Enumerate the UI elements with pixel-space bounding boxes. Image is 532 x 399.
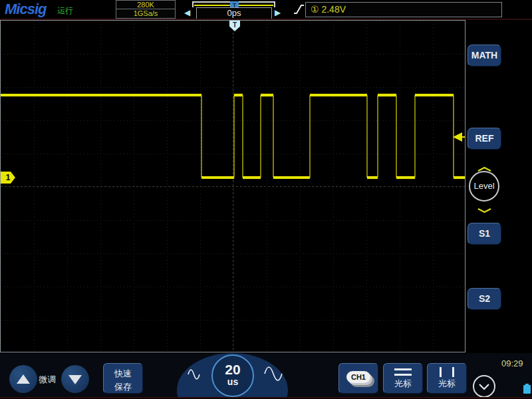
clock: 09:29 [501, 358, 523, 368]
top-bar: Micsig 运行 280K 1GSa/s T ◀ 0ps ▶ ① 2.48V [0, 0, 532, 19]
level-knob[interactable]: Level [469, 171, 499, 201]
channel-select-button[interactable]: CH1 [338, 363, 378, 394]
oscilloscope-screen: Micsig 运行 280K 1GSa/s T ◀ 0ps ▶ ① 2.48V [0, 0, 532, 399]
channel-button-label: CH1 [346, 371, 370, 383]
trigger-level-arrow-tail [462, 136, 465, 138]
channel-stack-icon: CH1 [346, 371, 372, 384]
bottom-bar: 微调 快速 保存 20 us CH1 光标 [0, 353, 532, 398]
vertical-cursor-label: 光标 [428, 378, 466, 390]
timebase-zoom-in-icon[interactable] [263, 365, 283, 385]
quick-save-button[interactable]: 快速 保存 [103, 363, 143, 394]
fine-tune-up-button[interactable] [9, 365, 37, 393]
math-button[interactable]: MATH [467, 45, 501, 66]
ref-button[interactable]: REF [467, 128, 501, 150]
s2-button[interactable]: S2 [467, 288, 501, 310]
horizontal-cursor-button[interactable]: 光标 [383, 363, 423, 394]
memory-depth: 280K [116, 1, 175, 9]
level-up-chevron-icon[interactable] [477, 163, 492, 169]
battery-icon [523, 385, 531, 394]
waveform-display: T 1 [0, 20, 466, 352]
horizontal-cursor-label: 光标 [384, 378, 422, 390]
vertical-cursor-button[interactable]: 光标 [427, 363, 467, 394]
s1-button[interactable]: S1 [467, 223, 501, 245]
fine-tune-down-button[interactable] [61, 365, 89, 393]
trigger-position-right-arrow-icon[interactable]: ▶ [275, 7, 283, 18]
quick-save-line2: 保存 [104, 380, 142, 394]
waveform-canvas [1, 21, 465, 352]
trigger-position-readout: 0ps [196, 7, 272, 19]
fine-tune-label: 微调 [39, 374, 56, 386]
sample-rate: 1GSa/s [116, 9, 175, 18]
vertical-cursor-icon [440, 367, 454, 377]
trigger-level-arrow-triangle [453, 132, 462, 142]
trigger-slope-rising-icon [293, 3, 305, 19]
down-triangle-icon [68, 375, 82, 384]
timebase-zoom-out-icon[interactable] [187, 368, 201, 384]
timebase-readout-knob[interactable]: 20 us [211, 354, 254, 397]
bottom-divider [0, 397, 532, 398]
run-status[interactable]: 运行 [57, 5, 73, 17]
trigger-level-arrow-icon[interactable] [453, 132, 465, 142]
brand-logo: Micsig [5, 1, 46, 18]
collapse-menu-button[interactable] [473, 375, 495, 398]
quick-save-line1: 快速 [104, 367, 142, 380]
acquisition-info-box: 280K 1GSa/s [116, 0, 176, 19]
trigger-level-readout[interactable]: ① 2.48V [305, 2, 502, 17]
timebase-value: 20 [213, 362, 253, 377]
up-triangle-icon [17, 374, 30, 384]
level-down-chevron-icon[interactable] [477, 204, 492, 210]
timebase-unit: us [213, 377, 253, 387]
trigger-position-left-arrow-icon[interactable]: ◀ [184, 7, 193, 18]
horizontal-cursor-icon [394, 368, 412, 376]
memory-overview-bracket: T [192, 1, 275, 7]
